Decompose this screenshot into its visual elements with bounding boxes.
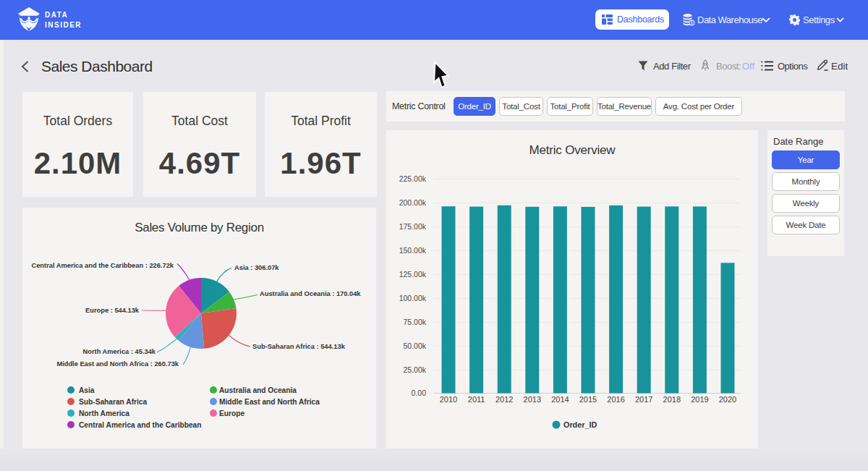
svg-text:Central America and the Caribb: Central America and the Caribbean : 226.… xyxy=(31,262,174,269)
svg-text:175.00k: 175.00k xyxy=(399,222,427,231)
svg-text:North America: North America xyxy=(79,410,129,417)
svg-text:225.00k: 225.00k xyxy=(399,174,427,183)
svg-text:2013: 2013 xyxy=(524,395,541,404)
svg-text:Australia and Oceania : 170.04: Australia and Oceania : 170.04k xyxy=(260,290,361,297)
svg-text:50.00k: 50.00k xyxy=(403,341,426,350)
svg-text:Sub-Saharan Africa : 544.13k: Sub-Saharan Africa : 544.13k xyxy=(252,343,346,350)
svg-text:Australia and Oceania: Australia and Oceania xyxy=(219,386,297,394)
svg-text:2019: 2019 xyxy=(691,395,708,404)
svg-text:Europe: Europe xyxy=(219,410,244,417)
svg-text:2020: 2020 xyxy=(719,395,736,404)
svg-text:2017: 2017 xyxy=(635,395,652,404)
svg-text:Central America and the Caribb: Central America and the Caribbean xyxy=(79,421,201,429)
svg-text:2014: 2014 xyxy=(551,395,569,404)
svg-text:100.00k: 100.00k xyxy=(399,294,427,302)
svg-text:North America : 45.34k: North America : 45.34k xyxy=(83,348,156,355)
svg-text:Order_ID: Order_ID xyxy=(563,420,597,429)
svg-text:75.00k: 75.00k xyxy=(403,318,426,326)
svg-text:Europe : 544.13k: Europe : 544.13k xyxy=(85,307,140,314)
svg-text:2010: 2010 xyxy=(440,395,457,404)
svg-text:Asia: Asia xyxy=(79,386,95,394)
svg-text:25.00k: 25.00k xyxy=(403,365,426,374)
svg-text:2012: 2012 xyxy=(495,395,513,404)
svg-text:125.00k: 125.00k xyxy=(399,270,427,279)
svg-text:2018: 2018 xyxy=(663,395,681,404)
svg-text:Asia : 306.07k: Asia : 306.07k xyxy=(234,264,279,271)
svg-text:2015: 2015 xyxy=(579,395,597,404)
svg-text:2011: 2011 xyxy=(468,395,485,404)
svg-text:0.00: 0.00 xyxy=(412,389,427,397)
svg-text:Middle East and North Africa: Middle East and North Africa xyxy=(219,398,320,406)
svg-text:200.00k: 200.00k xyxy=(399,198,427,207)
svg-text:Sub-Saharan Africa: Sub-Saharan Africa xyxy=(79,398,147,406)
svg-text:2016: 2016 xyxy=(607,395,624,404)
svg-text:Middle East and North Africa :: Middle East and North Africa : 260.73k xyxy=(56,360,179,368)
svg-text:150.00k: 150.00k xyxy=(399,246,427,255)
